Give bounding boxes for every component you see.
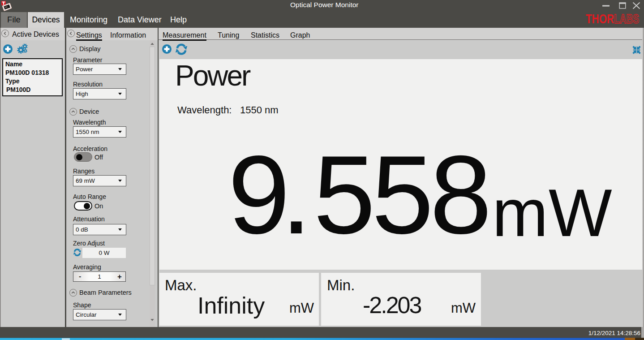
svg-text:LABS: LABS (614, 14, 639, 26)
svg-text:THOR: THOR (586, 14, 614, 26)
